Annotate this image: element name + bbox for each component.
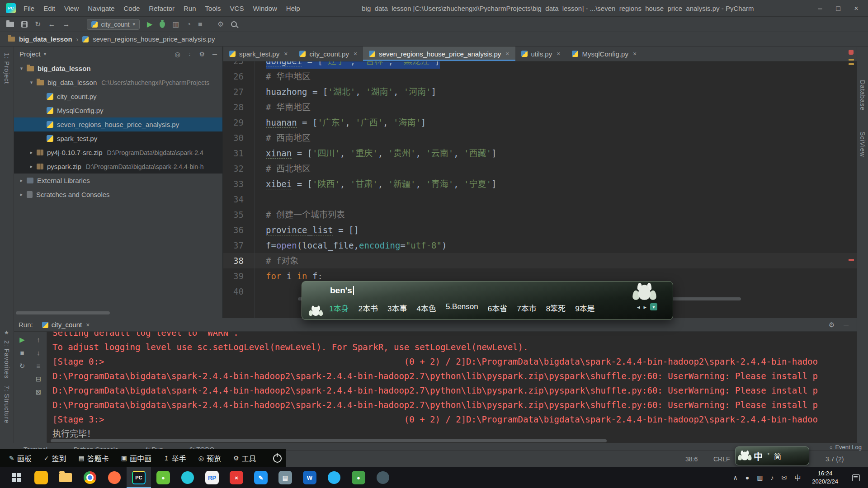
ime-candidate[interactable]: 8笨死 [546,302,566,314]
classroom-item[interactable]: ▣画中画 [121,453,151,464]
run-button[interactable]: ▶ [147,21,152,28]
editor-tab[interactable]: spark_test.py× [223,47,293,61]
taskbar-word[interactable]: W [297,467,322,488]
ime-next-page-icon[interactable]: ▸ [643,304,646,310]
taskbar-app-blue-pencil[interactable]: ✎ [249,467,273,488]
minimize-button[interactable]: – [811,0,829,17]
tray-icon[interactable]: ▥ [757,474,763,481]
down-stack-button[interactable]: ↓ [37,349,40,356]
ime-candidate[interactable]: 5.Benson [446,302,478,314]
error-indicator-icon[interactable] [849,50,854,55]
editor-tab[interactable]: city_count.py× [293,47,363,61]
menu-window[interactable]: Window [248,0,281,17]
taskbar-app-lightblue[interactable] [322,467,346,488]
editor-tab[interactable]: seven_regions_house_price_analysis.py× [363,47,515,61]
taskbar-wechat[interactable]: ● [346,467,371,488]
save-all-icon[interactable] [21,21,28,28]
ime-candidate[interactable]: 3本事 [387,302,407,314]
run-config-select[interactable]: city_count ▾ [87,19,140,30]
restart-button[interactable]: ↻ [19,362,25,369]
coverage-button[interactable]: ▥ [172,21,179,28]
python-interpreter[interactable]: 3.7 (2) [826,451,844,468]
tray-icon[interactable]: ✉ [781,474,787,481]
taskbar-app-gray[interactable]: ▤ [273,467,297,488]
code-area[interactable]: 25262728293031323334353637383940 dongbei… [223,61,857,318]
soft-wrap-button[interactable]: ≡ [37,362,41,369]
horizontal-scrollbar[interactable] [51,439,607,442]
classroom-item[interactable]: ▤答题卡 [79,453,109,464]
tray-icon[interactable]: ● [745,474,749,481]
taskbar-file-explorer[interactable] [53,467,78,488]
up-stack-button[interactable]: ↑ [37,336,40,343]
close-tab-icon[interactable]: × [505,50,509,57]
back-icon[interactable]: ← [48,21,55,28]
tool-button-project[interactable]: 1: Project [3,53,10,84]
hide-panel-icon[interactable]: ─ [844,321,849,329]
settings-gear-icon[interactable]: ⚙ [217,21,224,28]
collapse-all-icon[interactable]: ÷ [188,51,192,58]
ime-toolbox-icon[interactable]: ▾ [650,303,657,310]
tree-item[interactable]: ▾big_data_lessonC:\Users\zhuchengxi\Pych… [14,75,222,89]
stop-button[interactable]: ■ [198,21,203,28]
tree-item[interactable]: ▸py4j-0.10.7-src.zipD:\ProgramData\bigda… [14,145,222,160]
classroom-item[interactable]: ◎预览 [198,453,221,464]
menu-code[interactable]: Code [119,0,144,17]
taskbar-start-button[interactable] [5,467,29,488]
horizontal-scrollbar[interactable] [16,311,110,314]
close-tab-icon[interactable]: × [284,50,288,57]
editor-tab[interactable]: utils.py× [515,47,566,61]
scroll-end-button[interactable]: ⊟ [36,375,42,382]
tree-item[interactable]: spark_test.py [14,131,222,145]
profiler-button[interactable]: ◔ [186,21,191,28]
menu-run[interactable]: Run [179,0,201,17]
taskbar-pycharm[interactable]: PC [127,467,151,488]
hide-panel-icon[interactable]: ─ [212,51,217,58]
project-panel-title[interactable]: Project [19,50,41,58]
forward-icon[interactable]: → [62,21,70,28]
menu-help[interactable]: Help [282,0,305,17]
menu-view[interactable]: View [60,0,83,17]
ime-candidate[interactable]: 2本书 [358,302,377,314]
warning-stripe-mark[interactable] [849,59,854,61]
clear-console-button[interactable]: ⊠ [36,389,42,395]
taskbar-app-dark[interactable] [371,467,395,488]
run-console[interactable]: Setting default log level to "WARN".To a… [47,332,857,443]
rerun-button[interactable]: ▶ [19,336,25,343]
taskbar-app-red[interactable]: × [224,467,249,488]
run-tab[interactable]: city_count × [38,318,94,331]
close-tab-icon[interactable]: × [354,50,357,57]
taskbar-app-green[interactable]: ● [151,467,175,488]
tree-item[interactable]: seven_regions_house_price_analysis.py [14,117,222,131]
menu-navigate[interactable]: Navigate [83,0,119,17]
menu-tools[interactable]: Tools [201,0,226,17]
close-tab-icon[interactable]: × [633,50,637,57]
code-editor[interactable]: dongbei = ['辽宁', '吉林', '黑龙江']# 华中地区huazh… [255,61,857,318]
menu-refactor[interactable]: Refactor [144,0,179,17]
tool-button-structure[interactable]: 7: Structure [3,385,10,423]
tray-icon[interactable]: 中 [794,474,801,481]
chevron-down-icon[interactable]: ▾ [44,51,47,57]
sync-icon[interactable]: ↻ [35,21,41,28]
gear-icon[interactable]: ⚙ [199,51,205,58]
maximize-button[interactable]: □ [829,0,847,17]
classroom-item[interactable]: ↥举手 [164,453,186,464]
classroom-item[interactable]: ⚙工具 [233,453,256,464]
debug-button[interactable] [160,21,165,28]
tray-icon[interactable]: ♪ [770,474,774,481]
menu-file[interactable]: File [19,0,39,17]
tree-item[interactable]: ▸External Libraries [14,174,222,188]
editor-tab[interactable]: MysqlConfig.py× [566,47,642,61]
ime-candidate[interactable]: 1本身 [329,302,349,314]
event-log-button[interactable]: ○ Event Log [830,443,862,450]
tree-item[interactable]: city_count.py [14,89,222,103]
tool-button-sciview[interactable]: SciView [859,131,866,157]
ime-candidate[interactable]: 7本市 [517,302,536,314]
error-stripe-mark[interactable] [849,259,854,261]
line-separator[interactable]: CRLF [713,451,730,468]
taskbar-app-teal[interactable] [175,467,200,488]
taskbar-app-yellow[interactable] [29,467,53,488]
stop-button[interactable]: ■ [20,349,24,356]
ime-candidate[interactable]: 6本省 [488,302,507,314]
close-tab-icon[interactable]: × [86,321,90,328]
sogou-ime-statusbar[interactable]: 中 ∘ 简 [735,446,809,465]
